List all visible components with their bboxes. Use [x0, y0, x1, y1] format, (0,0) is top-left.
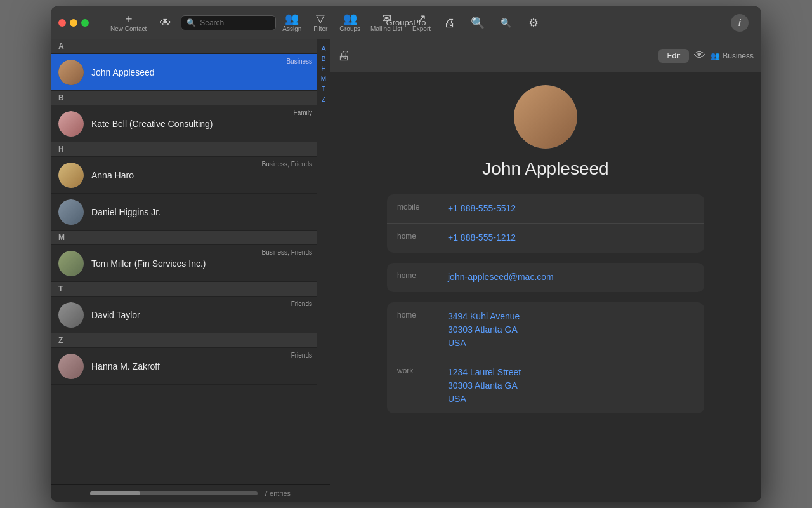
- gear-icon: ⚙: [528, 17, 539, 29]
- business-group-icon: 👥: [710, 51, 720, 60]
- contact-badge: Family: [294, 109, 312, 116]
- contact-name: Hanna M. Zakroff: [91, 361, 160, 371]
- contact-name: Anna Haro: [91, 170, 134, 180]
- contact-item-anna-haro[interactable]: Business, Friends Anna Haro: [51, 157, 317, 194]
- address-row-home: home 3494 Kuhl Avenue 30303 Atlanta GA U…: [387, 302, 704, 358]
- groups-label: Groups: [339, 25, 360, 32]
- app-window: ＋ New Contact 👁 🔍 👥 Assign ▽ Filter: [51, 6, 761, 502]
- detail-print-button[interactable]: 🖨: [337, 48, 350, 63]
- contact-badge: Business: [286, 58, 312, 65]
- assign-button[interactable]: 👥 Assign: [278, 10, 305, 35]
- phone-value-home[interactable]: +1 888-555-1212: [448, 231, 694, 244]
- index-letter-z[interactable]: Z: [322, 95, 325, 104]
- filter-label: Filter: [313, 25, 327, 32]
- preview-button[interactable]: 👁: [153, 15, 178, 31]
- contact-name: John Appleseed: [91, 67, 155, 77]
- business-label: Business: [723, 51, 754, 60]
- avatar: [58, 163, 84, 188]
- contact-name: David Taylor: [91, 310, 140, 320]
- index-letter-b[interactable]: B: [322, 55, 326, 64]
- zoom-out-button[interactable]: 🔍: [493, 16, 518, 30]
- index-letter-t[interactable]: T: [322, 85, 325, 94]
- window-title: GroupsPro: [386, 18, 426, 27]
- traffic-lights: [58, 19, 89, 27]
- sidebar-wrapper: A Business John Appleseed B Family: [51, 39, 330, 502]
- avatar-image: [58, 354, 84, 379]
- info-icon: i: [738, 18, 741, 28]
- status-bar: 7 entries: [51, 484, 330, 502]
- contact-item-kate-bell[interactable]: Family Kate Bell (Creative Consulting): [51, 105, 317, 142]
- groups-button[interactable]: 👥 Groups: [336, 10, 364, 35]
- phone-value-mobile[interactable]: +1 888-555-5512: [448, 202, 694, 215]
- print-button[interactable]: 🖨: [437, 15, 462, 31]
- detail-avatar: [514, 85, 577, 149]
- phone-row-home: home +1 888-555-1212: [387, 224, 704, 253]
- detail-toolbar-right: Edit 👁 👥 Business: [658, 49, 754, 63]
- contact-name: Daniel Higgins Jr.: [91, 207, 160, 217]
- avatar-image: [58, 60, 84, 85]
- new-contact-label: New Contact: [110, 25, 147, 32]
- print-icon: 🖨: [444, 17, 455, 29]
- address-section: home 3494 Kuhl Avenue 30303 Atlanta GA U…: [387, 302, 704, 413]
- index-letter-a[interactable]: A: [322, 44, 326, 53]
- filter-icon: ▽: [316, 13, 325, 24]
- contact-name: Kate Bell (Creative Consulting): [91, 119, 213, 129]
- contact-badge: Friends: [291, 300, 312, 307]
- avatar: [58, 354, 84, 379]
- avatar-image: [58, 163, 84, 188]
- index-letter-h[interactable]: H: [321, 65, 325, 74]
- minimize-button[interactable]: [70, 19, 77, 27]
- sidebar-inner: A Business John Appleseed B Family: [51, 39, 330, 502]
- email-value-home[interactable]: john-appleseed@mac.com: [448, 271, 694, 284]
- avatar-image: [58, 251, 84, 276]
- search-input[interactable]: [200, 18, 270, 27]
- contact-item-david-taylor[interactable]: Friends David Taylor: [51, 297, 317, 333]
- toolbar-right: i: [731, 14, 749, 32]
- titlebar: ＋ New Contact 👁 🔍 👥 Assign ▽ Filter: [51, 6, 761, 39]
- contacts-container[interactable]: A Business John Appleseed B Family: [51, 39, 317, 502]
- edit-button[interactable]: Edit: [658, 49, 690, 63]
- avatar: [58, 302, 84, 328]
- contact-item-tom-miller[interactable]: Business, Friends Tom Miller (Fin Servic…: [51, 245, 317, 282]
- business-tag: 👥 Business: [710, 51, 754, 60]
- index-letter-m[interactable]: M: [321, 75, 326, 84]
- entries-count: 7 entries: [264, 490, 291, 497]
- maximize-button[interactable]: [81, 19, 89, 27]
- detail-avatar-image: [514, 85, 577, 149]
- eye-icon: 👁: [160, 17, 171, 29]
- zoom-in-icon: 🔍: [471, 17, 485, 29]
- contact-item-hanna-zakroff[interactable]: Friends Hanna M. Zakroff: [51, 348, 317, 385]
- phone-label-mobile: mobile: [397, 202, 448, 211]
- address-value-work[interactable]: 1234 Laurel Street 30303 Atlanta GA USA: [448, 366, 694, 406]
- detail-eye-icon[interactable]: 👁: [694, 49, 705, 62]
- section-header-m: M: [51, 231, 317, 245]
- search-box[interactable]: 🔍: [181, 15, 276, 30]
- settings-button[interactable]: ⚙: [521, 15, 546, 31]
- avatar: [58, 251, 84, 276]
- zoom-out-icon: 🔍: [501, 18, 511, 27]
- new-contact-button[interactable]: ＋ New Contact: [107, 10, 150, 35]
- detail-panel: 🖨 Edit 👁 👥 Business John Appleseed: [330, 39, 761, 502]
- contact-detail: John Appleseed mobile +1 888-555-5512 ho…: [330, 72, 761, 502]
- email-section: home john-appleseed@mac.com: [387, 263, 704, 292]
- filter-button[interactable]: ▽ Filter: [308, 10, 333, 35]
- section-header-t: T: [51, 282, 317, 297]
- avatar: [58, 199, 84, 225]
- contact-name: Tom Miller (Fin Services Inc.): [91, 258, 206, 269]
- contact-item-john-appleseed[interactable]: Business John Appleseed: [51, 54, 317, 91]
- address-value-home[interactable]: 3494 Kuhl Avenue 30303 Atlanta GA USA: [448, 310, 694, 350]
- detail-toolbar-left: 🖨: [337, 48, 350, 63]
- avatar-image: [58, 302, 84, 328]
- phone-row-mobile: mobile +1 888-555-5512: [387, 194, 704, 224]
- section-header-a: A: [51, 39, 317, 54]
- avatar-image: [58, 111, 84, 137]
- detail-contact-name: John Appleseed: [482, 159, 608, 179]
- search-icon: 🔍: [187, 18, 196, 27]
- zoom-in-button[interactable]: 🔍: [465, 15, 490, 31]
- contact-item-daniel-higgins[interactable]: Daniel Higgins Jr.: [51, 194, 317, 231]
- section-header-z: Z: [51, 333, 317, 348]
- groups-icon: 👥: [343, 13, 357, 24]
- assign-label: Assign: [282, 25, 301, 32]
- info-button[interactable]: i: [731, 14, 749, 32]
- close-button[interactable]: [58, 19, 66, 27]
